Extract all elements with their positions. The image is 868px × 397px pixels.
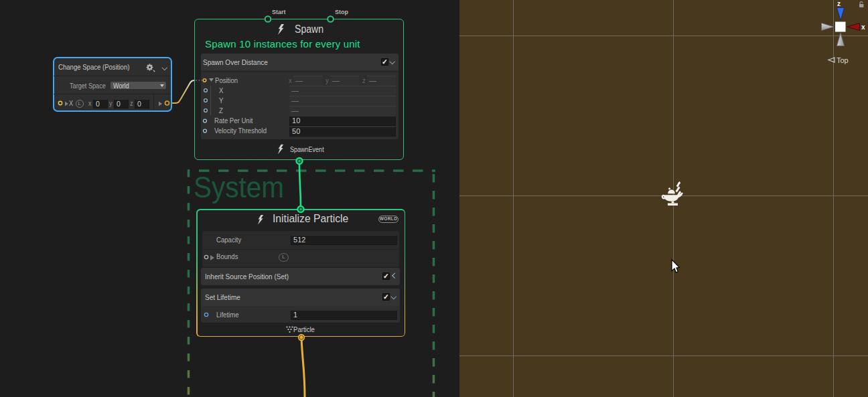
svg-text:z: z (837, 0, 841, 7)
svg-text:x: x (861, 23, 865, 31)
